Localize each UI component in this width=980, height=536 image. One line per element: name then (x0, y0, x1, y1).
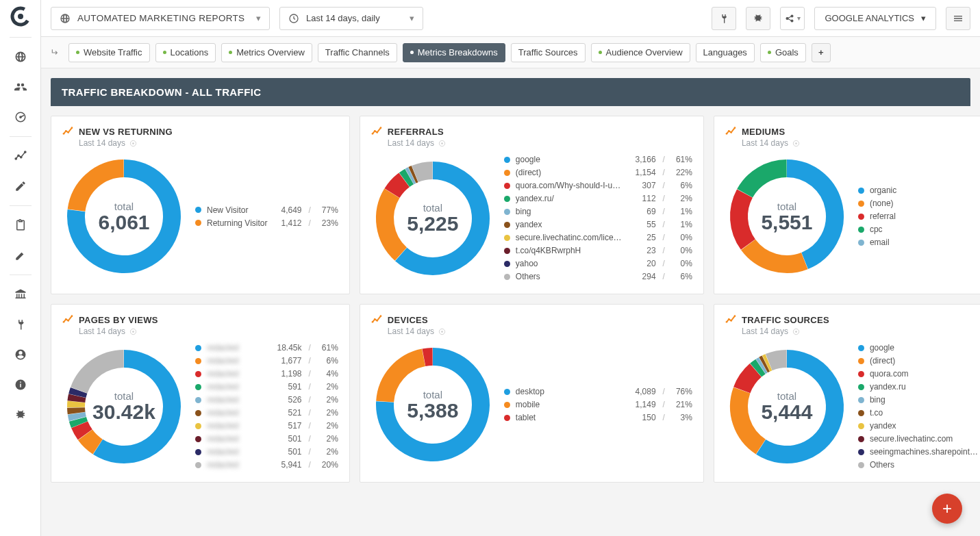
card-devices: DEVICESLast 14 daystotal5,388desktop4,08… (360, 304, 704, 483)
tab-website-traffic[interactable]: Website Traffic (68, 43, 150, 62)
legend-name: bing (870, 395, 978, 405)
tab-languages[interactable]: Languages (696, 43, 755, 62)
legend-row: bing72/1% (858, 395, 980, 405)
card-period: Last 14 days (79, 138, 338, 148)
clipboard-icon[interactable] (6, 212, 35, 239)
legend-swatch (504, 209, 510, 215)
tab-metrics-overview[interactable]: Metrics Overview (221, 43, 312, 62)
svg-point-5 (17, 155, 18, 156)
radar-icon[interactable] (6, 103, 35, 131)
svg-point-50 (795, 331, 797, 333)
content-area: TRAFFIC BREAKDOWN - ALL TRAFFIC NEW VS R… (41, 68, 980, 536)
legend-row: cpc939/17% (858, 225, 980, 234)
app-logo[interactable] (8, 4, 33, 29)
total-label: total (423, 389, 442, 400)
card-title: TRAFFIC SOURCES (742, 315, 829, 325)
legend-value: 18.45k (273, 343, 302, 353)
tab-locations[interactable]: Locations (155, 43, 216, 62)
add-fab[interactable]: + (932, 494, 962, 524)
svg-point-22 (374, 130, 376, 132)
legend-row: bing69/1% (504, 207, 692, 216)
debug-button[interactable] (746, 7, 770, 30)
target-icon (438, 328, 446, 335)
total-label: total (114, 201, 134, 212)
legend-value: 1,412 (273, 218, 302, 228)
report-selector[interactable]: AUTOMATED MARKETING REPORTS ▾ (51, 7, 270, 30)
legend-row: redacted591/2% (195, 382, 338, 392)
donut-chart: total30.42k (62, 345, 186, 468)
line-chart-icon[interactable] (6, 142, 35, 170)
tab-goals[interactable]: Goals (760, 43, 806, 62)
legend-row: email14/0% (858, 238, 980, 247)
legend-name: desktop (516, 387, 622, 396)
info-icon[interactable] (6, 371, 35, 398)
chart-icon (371, 126, 382, 137)
legend-name: secure.livechatinc.com (870, 434, 978, 444)
legend-swatch (195, 371, 201, 377)
legend-name: redacted (207, 434, 268, 444)
legend-pct: 6% (318, 356, 338, 366)
tab-traffic-channels[interactable]: Traffic Channels (318, 43, 397, 62)
legend-value: 112 (627, 194, 656, 203)
legend-swatch (195, 384, 201, 390)
legend-pct: 2% (318, 408, 338, 418)
legend-swatch (195, 397, 201, 403)
legend-pct: 23% (318, 218, 338, 228)
legend-name: yandex (870, 421, 978, 431)
svg-point-17 (67, 131, 69, 133)
globe-icon[interactable] (6, 43, 35, 71)
legend-pct: 0% (672, 233, 692, 242)
legend-value: 150 (627, 413, 656, 422)
legend-row: yahoo20/0% (504, 259, 692, 268)
svg-point-34 (65, 318, 67, 320)
account-icon[interactable] (6, 341, 35, 368)
legend-row: (direct)1,158/21% (858, 356, 980, 366)
card-title: MEDIUMS (742, 127, 786, 137)
legend: google3,166/61%(direct)1,154/22%quora.co… (504, 155, 692, 281)
legend-pct: 6% (672, 272, 692, 281)
account-name: GOOGLE ANALYTICS (825, 13, 914, 23)
svg-point-26 (441, 142, 443, 144)
legend-name: (none) (870, 199, 978, 208)
legend: desktop4,089/76%mobile1,149/21%tablet150… (504, 387, 692, 422)
pencil-icon[interactable] (6, 173, 35, 200)
svg-point-30 (734, 127, 736, 129)
tab-traffic-sources[interactable]: Traffic Sources (511, 43, 586, 62)
svg-rect-10 (20, 382, 21, 383)
legend-swatch (858, 384, 864, 390)
date-range-selector[interactable]: Last 14 days, daily ▾ (279, 7, 423, 30)
share-button[interactable]: ▾ (780, 7, 805, 30)
svg-point-40 (374, 318, 376, 320)
menu-button[interactable] (946, 7, 970, 30)
tab-audience-overview[interactable]: Audience Overview (591, 43, 690, 62)
add-tab-button[interactable]: + (812, 43, 831, 62)
account-selector[interactable]: GOOGLE ANALYTICS ▾ (814, 7, 936, 30)
target-icon (129, 140, 137, 147)
legend-name: redacted (207, 382, 268, 392)
legend-pct: 2% (672, 194, 692, 203)
legend-row: New Visitor4,649/77% (195, 205, 338, 215)
legend-pct: 76% (672, 387, 692, 396)
card-mediums: MEDIUMSLast 14 daystotal5,551organic2,44… (714, 116, 980, 294)
legend-row: google3,176/58% (858, 343, 980, 353)
legend-name: secure.livechatinc.com/lice… (516, 233, 622, 242)
svg-point-32 (795, 142, 797, 144)
legend-row: redacted1,677/6% (195, 356, 338, 366)
legend-row: desktop4,089/76% (504, 387, 692, 396)
legend-name: bing (516, 207, 622, 216)
bank-icon[interactable] (6, 281, 35, 308)
bug-icon[interactable] (6, 401, 35, 429)
legend-name: referral (870, 212, 978, 221)
svg-point-15 (63, 133, 65, 135)
legend-swatch (195, 423, 201, 429)
users-icon[interactable] (6, 73, 35, 101)
tab-label: Metrics Overview (236, 47, 305, 58)
legend-value: 1,677 (273, 356, 302, 366)
tab-metrics-breakdowns[interactable]: Metrics Breakdowns (403, 43, 505, 62)
tab-label: Traffic Channels (325, 47, 390, 58)
integrations-button[interactable] (712, 7, 736, 30)
plug-icon[interactable] (6, 311, 35, 338)
legend-row: quora.com460/8% (858, 369, 980, 379)
edit-icon[interactable] (6, 242, 35, 269)
legend-pct: 22% (672, 168, 692, 177)
